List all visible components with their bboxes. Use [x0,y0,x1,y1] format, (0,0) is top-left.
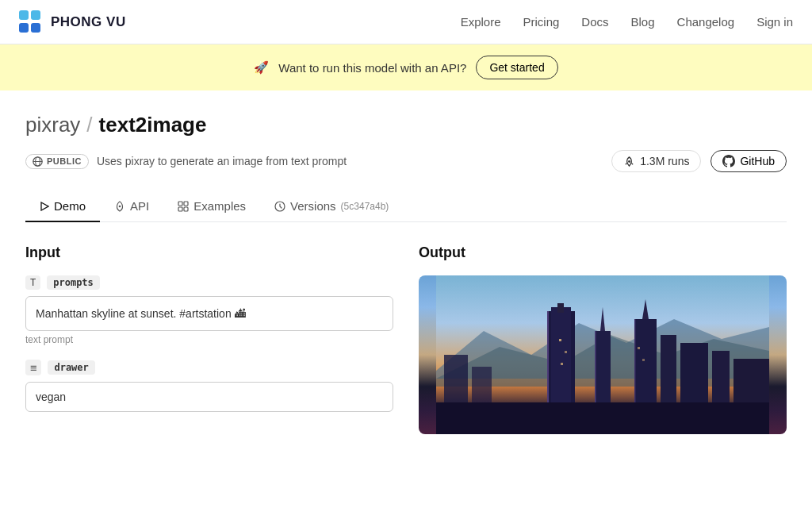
svg-rect-35 [642,359,645,361]
output-image [419,275,787,434]
nav-changelog[interactable]: Changelog [677,15,735,29]
logo-icon [19,10,43,34]
svg-rect-9 [184,207,188,211]
prompts-type-badge: T [25,275,40,290]
banner-text: Want to run this model with an API? [278,61,466,75]
model-description: Uses pixray to generate an image from te… [97,155,347,167]
visibility-badge: PUBLIC [25,154,89,169]
version-hash: (5c347a4b) [341,201,389,212]
nav-blog[interactable]: Blog [631,15,655,29]
title-separator: / [86,113,92,137]
drawer-label-row: ≡ drawer [25,360,393,375]
tab-api[interactable]: API [100,191,163,222]
logo-dot-bl [19,23,29,33]
tab-demo[interactable]: Demo [25,191,100,222]
rocket-small-icon [114,201,125,212]
output-panel: Output [419,244,787,434]
page-title: text2image [99,113,207,137]
drawer-select[interactable]: vegan pixel clipdraw line_sketch [25,382,393,412]
globe-icon [33,156,43,167]
meta-row: PUBLIC Uses pixray to generate an image … [25,150,787,172]
banner-emoji: 🚀 [254,60,269,75]
prompts-name-badge: prompts [47,275,100,290]
logo-dot-tr [31,10,40,20]
svg-rect-18 [557,303,564,313]
nav-signin[interactable]: Sign in [756,15,793,29]
github-label: GitHub [740,155,775,167]
prompts-hint: text prompt [25,334,393,345]
prompts-label-row: T prompts [25,275,393,290]
input-panel: Input T prompts text prompt ≡ drawer veg… [25,244,393,434]
tabs: Demo API Examples Versions (5c34 [25,191,787,222]
drawer-type-badge: ≡ [25,360,41,375]
tab-examples[interactable]: Examples [163,191,260,222]
logo-dot-tl [19,10,29,20]
skyline-illustration [419,275,787,434]
github-button[interactable]: GitHub [710,150,787,172]
svg-rect-34 [638,347,640,349]
nav-pricing[interactable]: Pricing [523,15,559,29]
rocket-icon [623,156,635,167]
svg-point-3 [628,160,630,163]
play-icon [40,202,49,211]
input-title: Input [25,244,393,261]
github-icon [722,155,735,167]
header: PHONG VU Explore Pricing Docs Blog Chang… [0,0,812,44]
breadcrumb-owner: pixray [25,113,80,137]
svg-rect-32 [565,351,567,353]
svg-rect-33 [561,363,563,365]
output-title: Output [419,244,787,261]
svg-marker-4 [41,202,48,210]
svg-rect-31 [559,339,561,341]
svg-point-5 [119,205,121,207]
nav-docs[interactable]: Docs [581,15,608,29]
main-content: pixray / text2image PUBLIC Uses pixray t… [0,90,812,434]
meta-right: 1.3M runs GitHub [611,150,787,172]
nav: Explore Pricing Docs Blog Changelog Sign… [461,15,793,29]
logo: PHONG VU [19,10,126,34]
public-label: PUBLIC [47,156,82,166]
grid-icon [178,201,189,212]
tab-versions[interactable]: Versions (5c347a4b) [260,191,403,222]
nav-explore[interactable]: Explore [461,15,501,29]
prompts-input[interactable] [25,296,393,331]
logo-dot-br [31,23,40,33]
clock-icon [274,201,285,212]
svg-rect-8 [178,207,182,211]
content-grid: Input T prompts text prompt ≡ drawer veg… [25,244,787,434]
get-started-button[interactable]: Get started [476,56,557,79]
api-banner: 🚀 Want to run this model with an API? Ge… [0,44,812,90]
svg-rect-30 [436,402,769,434]
logo-text: PHONG VU [51,14,126,30]
runs-badge: 1.3M runs [611,150,701,172]
svg-rect-6 [178,202,182,206]
svg-rect-7 [184,202,188,206]
meta-left: PUBLIC Uses pixray to generate an image … [25,154,347,169]
runs-count: 1.3M runs [640,155,689,167]
page-title-row: pixray / text2image [25,113,787,137]
drawer-name-badge: drawer [48,360,94,375]
